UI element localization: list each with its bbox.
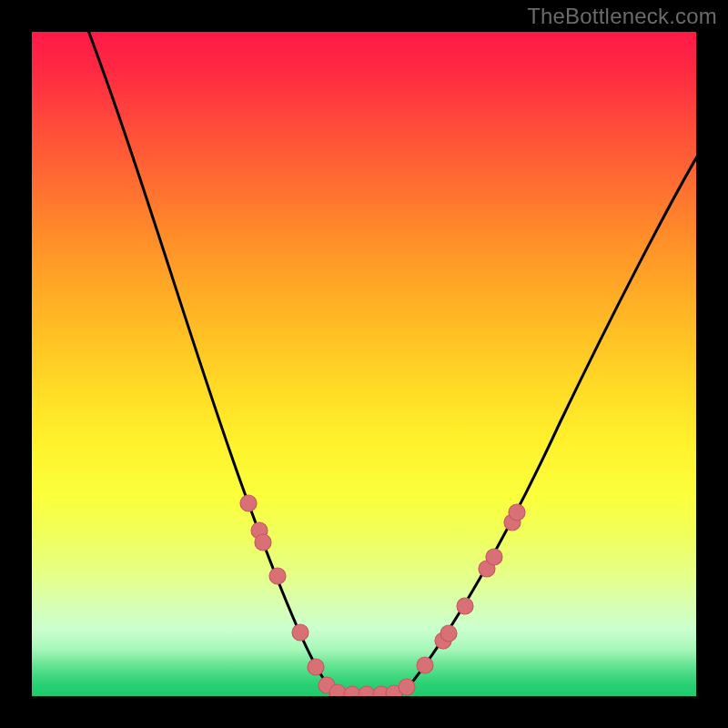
data-point-marker bbox=[399, 679, 415, 695]
curve-layer bbox=[32, 32, 696, 696]
data-point-marker bbox=[359, 686, 375, 696]
plot-area bbox=[32, 32, 696, 696]
chart-container: TheBottleneck.com bbox=[0, 0, 728, 728]
data-point-marker bbox=[308, 659, 324, 675]
bottleneck-curve bbox=[82, 32, 696, 694]
data-point-marker bbox=[486, 549, 502, 565]
data-point-marker bbox=[240, 495, 257, 511]
watermark-text: TheBottleneck.com bbox=[527, 4, 717, 29]
data-point-marker bbox=[417, 657, 433, 673]
data-point-marker bbox=[509, 504, 525, 521]
data-point-marker bbox=[440, 625, 457, 642]
data-point-marker bbox=[457, 598, 473, 614]
data-point-marker bbox=[329, 684, 346, 696]
data-point-marker bbox=[344, 686, 360, 696]
data-point-marker bbox=[269, 568, 286, 584]
data-point-marker bbox=[292, 624, 308, 641]
data-point-marker bbox=[255, 534, 271, 551]
